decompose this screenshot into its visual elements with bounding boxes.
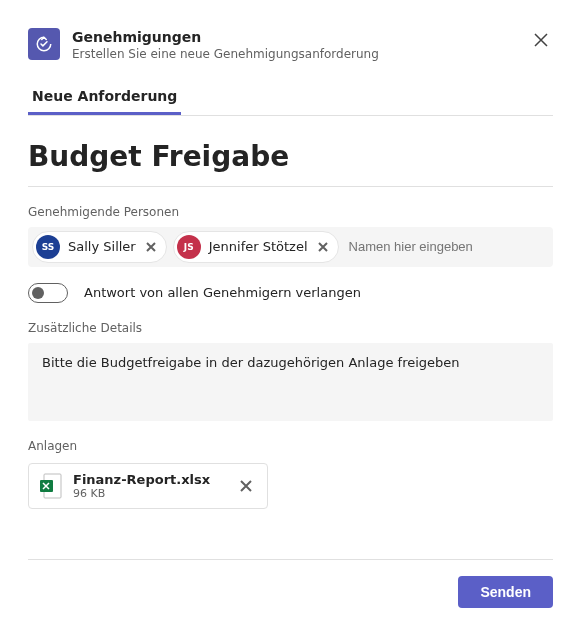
avatar: JS [177,235,201,259]
approvers-field[interactable]: SSSally SillerJSJennifer Stötzel [28,227,553,267]
remove-approver-icon[interactable] [144,240,158,254]
remove-attachment-icon[interactable] [237,477,255,495]
attachment-name: Finanz-Report.xlsx [73,472,210,487]
tab-new-request[interactable]: Neue Anforderung [28,80,181,115]
avatar: SS [36,235,60,259]
close-button[interactable] [529,28,553,52]
panel-subtitle: Erstellen Sie eine neue Genehmigungsanfo… [72,46,379,62]
attachment-item[interactable]: Finanz-Report.xlsx96 KB [28,463,268,509]
panel-title: Genehmigungen [72,28,379,46]
request-title: Budget Freigabe [28,140,553,174]
attachments-list: Finanz-Report.xlsx96 KB [28,461,553,509]
require-all-label: Antwort von allen Genehmigern verlangen [84,285,361,300]
approver-chip: SSSally Siller [32,231,167,263]
divider [28,186,553,187]
approver-name: Sally Siller [68,239,136,254]
require-all-toggle[interactable] [28,283,68,303]
attachments-label: Anlagen [28,439,553,453]
approver-chip: JSJennifer Stötzel [173,231,339,263]
details-label: Zusätzliche Details [28,321,553,335]
send-button[interactable]: Senden [458,576,553,608]
approvers-input[interactable] [345,233,545,260]
details-textarea[interactable]: Bitte die Budgetfreigabe in der dazugehö… [28,343,553,421]
approver-name: Jennifer Stötzel [209,239,308,254]
approvers-label: Genehmigende Personen [28,205,553,219]
approvals-app-icon [28,28,60,60]
remove-approver-icon[interactable] [316,240,330,254]
attachment-size: 96 KB [73,487,210,500]
excel-file-icon [39,472,63,500]
